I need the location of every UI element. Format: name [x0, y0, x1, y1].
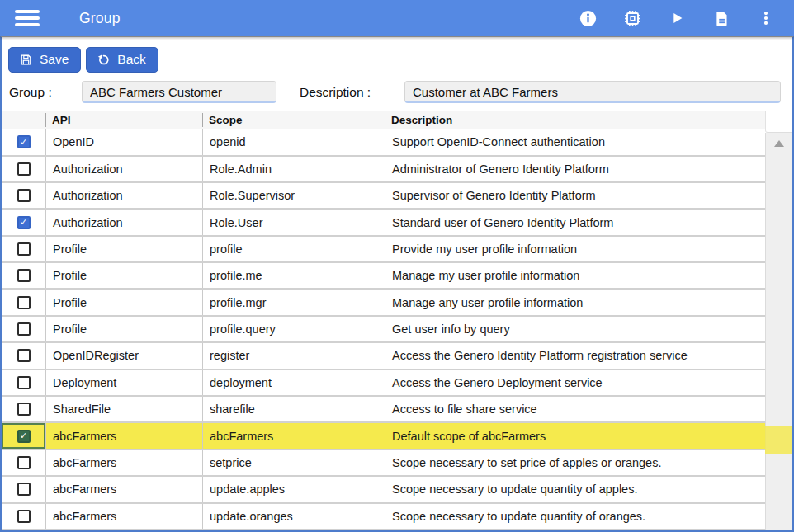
- api-column-header[interactable]: API: [45, 113, 202, 127]
- scrollbar-track[interactable]: [765, 133, 792, 530]
- row-checkbox[interactable]: [17, 216, 31, 229]
- row-checkbox-cell[interactable]: [2, 477, 45, 501]
- group-input[interactable]: [82, 81, 276, 103]
- scope-cell[interactable]: profile: [202, 237, 385, 261]
- row-checkbox-cell[interactable]: [2, 504, 45, 529]
- api-cell[interactable]: OpenIDRegister: [45, 343, 202, 368]
- row-checkbox[interactable]: [17, 376, 31, 389]
- api-cell[interactable]: OpenID: [45, 129, 202, 154]
- description-cell[interactable]: Access the Genero Deployment service: [385, 370, 765, 395]
- save-button[interactable]: Save: [8, 47, 81, 73]
- row-checkbox-cell[interactable]: [2, 263, 45, 288]
- description-cell[interactable]: Access to file share service: [385, 397, 765, 421]
- api-cell[interactable]: Deployment: [45, 370, 202, 395]
- description-cell[interactable]: Scope necessary to update quantity of ap…: [385, 477, 765, 501]
- table-row: abcFarmers setprice Scope necessary to s…: [2, 450, 765, 477]
- overflow-menu-icon[interactable]: [756, 8, 776, 28]
- description-cell[interactable]: Provide my user profile information: [385, 237, 765, 261]
- api-cell[interactable]: Profile: [45, 317, 202, 341]
- scope-cell[interactable]: register: [202, 343, 385, 368]
- api-cell[interactable]: abcFarmers: [45, 450, 202, 475]
- row-checkbox[interactable]: [17, 349, 31, 362]
- scope-cell[interactable]: openid: [202, 129, 385, 154]
- row-checkbox[interactable]: [17, 135, 31, 148]
- description-cell[interactable]: Access the Genero Identity Platform regi…: [385, 343, 765, 368]
- scope-column-header[interactable]: Scope: [202, 113, 385, 127]
- table-row: Deployment deployment Access the Genero …: [2, 370, 765, 397]
- back-button[interactable]: Back: [86, 47, 158, 73]
- row-checkbox-cell[interactable]: [2, 423, 45, 448]
- row-checkbox[interactable]: [17, 403, 31, 416]
- api-cell[interactable]: Authorization: [45, 183, 202, 208]
- scope-cell[interactable]: deployment: [202, 370, 385, 395]
- run-icon[interactable]: [667, 8, 687, 28]
- row-checkbox-cell[interactable]: [2, 343, 45, 368]
- scope-cell[interactable]: Role.Supervisor: [202, 183, 385, 208]
- scope-cell[interactable]: profile.me: [202, 263, 385, 288]
- vertical-scrollbar[interactable]: [765, 111, 792, 530]
- table-row: abcFarmers abcFarmers Default scope of a…: [2, 423, 765, 450]
- row-checkbox-cell[interactable]: [2, 129, 45, 154]
- scope-cell[interactable]: update.apples: [202, 477, 385, 501]
- table-row: Authorization Role.Supervisor Supervisor…: [2, 183, 765, 210]
- description-cell[interactable]: Manage any user profile information: [385, 290, 765, 314]
- description-cell[interactable]: Default scope of abcFarmers: [385, 423, 765, 448]
- hamburger-menu-icon[interactable]: [15, 10, 40, 26]
- row-checkbox-cell[interactable]: [2, 237, 45, 261]
- api-cell[interactable]: Profile: [45, 263, 202, 288]
- row-checkbox[interactable]: [17, 269, 31, 282]
- row-checkbox-cell[interactable]: [2, 290, 45, 314]
- scope-cell[interactable]: abcFarmers: [202, 423, 385, 448]
- row-checkbox-cell[interactable]: [2, 183, 45, 208]
- row-checkbox[interactable]: [17, 189, 31, 202]
- content-frame: Save Back Group : Description : API Scop…: [0, 36, 794, 532]
- app-bar: Group: [0, 0, 794, 36]
- description-cell[interactable]: Scope necessary to update quantity of or…: [385, 504, 765, 529]
- scope-cell[interactable]: Role.User: [202, 210, 385, 234]
- description-cell[interactable]: Get user info by query: [385, 317, 765, 341]
- row-checkbox-cell[interactable]: [2, 317, 45, 341]
- scroll-up-arrow-icon[interactable]: [774, 140, 784, 147]
- api-cell[interactable]: Profile: [45, 237, 202, 261]
- scope-cell[interactable]: profile.query: [202, 317, 385, 341]
- row-checkbox-cell[interactable]: [2, 370, 45, 395]
- api-cell[interactable]: abcFarmers: [45, 423, 202, 448]
- api-cell[interactable]: Authorization: [45, 210, 202, 234]
- report-icon[interactable]: [711, 8, 731, 28]
- row-checkbox-cell[interactable]: [2, 210, 45, 234]
- description-cell[interactable]: Scope necessary to set price of apples o…: [385, 450, 765, 475]
- row-checkbox-cell[interactable]: [2, 397, 45, 421]
- table-row: Profile profile Provide my user profile …: [2, 237, 765, 263]
- api-cell[interactable]: Profile: [45, 290, 202, 314]
- row-checkbox-cell[interactable]: [2, 157, 45, 181]
- description-cell[interactable]: Standard user of Genero Identity Platfor…: [385, 210, 765, 234]
- description-column-header[interactable]: Description: [385, 113, 765, 127]
- api-cell[interactable]: abcFarmers: [45, 504, 202, 529]
- processor-icon[interactable]: [622, 8, 642, 28]
- scope-cell[interactable]: update.oranges: [202, 504, 385, 529]
- row-checkbox[interactable]: [17, 430, 31, 443]
- description-cell[interactable]: Supervisor of Genero Identity Platform: [385, 183, 765, 208]
- api-cell[interactable]: Authorization: [45, 157, 202, 181]
- scope-cell[interactable]: profile.mgr: [202, 290, 385, 314]
- scope-cell[interactable]: sharefile: [202, 397, 385, 421]
- row-checkbox[interactable]: [17, 510, 31, 523]
- row-checkbox[interactable]: [17, 483, 31, 496]
- table-main: API Scope Description OpenID openid Supp…: [2, 111, 765, 530]
- info-icon[interactable]: [578, 8, 598, 28]
- row-checkbox[interactable]: [17, 322, 31, 336]
- description-cell[interactable]: Manage my user profile information: [385, 263, 765, 288]
- scope-cell[interactable]: setprice: [202, 450, 385, 475]
- api-cell[interactable]: SharedFile: [45, 397, 202, 421]
- undo-icon: [97, 53, 111, 67]
- description-cell[interactable]: Administrator of Genero Identity Platfor…: [385, 157, 765, 181]
- row-checkbox[interactable]: [17, 162, 31, 176]
- scope-cell[interactable]: Role.Admin: [202, 157, 385, 181]
- row-checkbox[interactable]: [17, 296, 31, 309]
- description-input[interactable]: [404, 81, 781, 103]
- row-checkbox-cell[interactable]: [2, 450, 45, 475]
- row-checkbox[interactable]: [17, 456, 31, 469]
- description-cell[interactable]: Support OpenID-Connect authentication: [385, 129, 765, 154]
- row-checkbox[interactable]: [17, 242, 31, 256]
- api-cell[interactable]: abcFarmers: [45, 477, 202, 501]
